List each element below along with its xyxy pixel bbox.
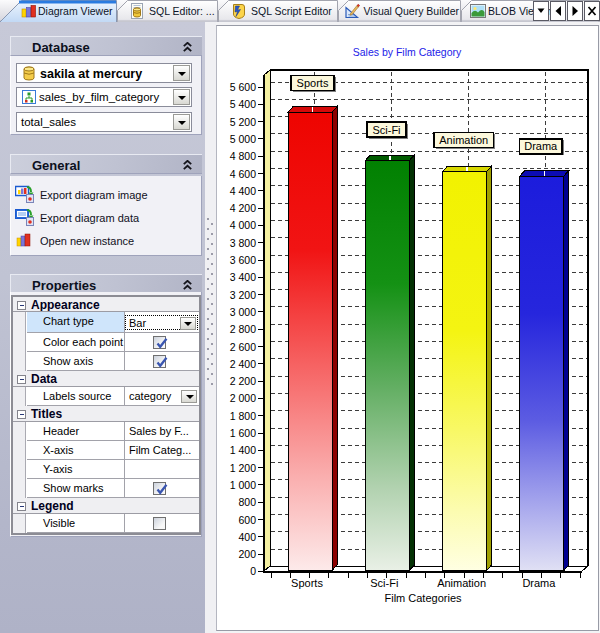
svg-text:2 600: 2 600 <box>230 341 256 353</box>
svg-text:3 400: 3 400 <box>230 271 256 283</box>
svg-text:2 800: 2 800 <box>230 323 256 335</box>
svg-text:Visual Query Builder: Visual Query Builder <box>364 5 460 17</box>
svg-text:1 400: 1 400 <box>230 444 256 456</box>
svg-text:400: 400 <box>238 531 256 543</box>
svg-text:Sci-Fi: Sci-Fi <box>370 577 398 589</box>
svg-text:Animation: Animation <box>439 134 488 146</box>
svg-text:0: 0 <box>250 565 256 577</box>
svg-text:3 200: 3 200 <box>230 289 256 301</box>
svg-text:Diagram Viewer: Diagram Viewer <box>38 5 113 17</box>
svg-text:4 400: 4 400 <box>230 185 256 197</box>
svg-text:4 600: 4 600 <box>230 168 256 180</box>
svg-text:Drama: Drama <box>522 577 556 589</box>
svg-text:Sports: Sports <box>297 77 329 89</box>
svg-text:4 000: 4 000 <box>230 219 256 231</box>
svg-text:1 000: 1 000 <box>230 479 256 491</box>
svg-text:1 800: 1 800 <box>230 410 256 422</box>
svg-text:Animation: Animation <box>437 577 486 589</box>
svg-text:5 200: 5 200 <box>230 116 256 128</box>
svg-text:1 200: 1 200 <box>230 462 256 474</box>
svg-text:2 000: 2 000 <box>230 392 256 404</box>
svg-text:3 800: 3 800 <box>230 237 256 249</box>
svg-text:SQL Script Editor: SQL Script Editor <box>251 5 332 17</box>
svg-text:4 200: 4 200 <box>230 202 256 214</box>
svg-text:SQL Editor: ...: SQL Editor: ... <box>149 5 215 17</box>
svg-text:200: 200 <box>238 548 256 560</box>
svg-text:Sports: Sports <box>291 577 323 589</box>
svg-text:1 600: 1 600 <box>230 427 256 439</box>
svg-text:5 400: 5 400 <box>230 98 256 110</box>
svg-text:Film Categories: Film Categories <box>384 592 462 604</box>
svg-text:Drama: Drama <box>524 140 558 152</box>
svg-text:5 000: 5 000 <box>230 133 256 145</box>
svg-text:4 800: 4 800 <box>230 150 256 162</box>
svg-text:3 000: 3 000 <box>230 306 256 318</box>
svg-text:600: 600 <box>238 514 256 526</box>
svg-text:2 400: 2 400 <box>230 358 256 370</box>
svg-text:800: 800 <box>238 496 256 508</box>
svg-text:5 600: 5 600 <box>230 81 256 93</box>
svg-text:Sci-Fi: Sci-Fi <box>372 124 400 136</box>
svg-text:3 600: 3 600 <box>230 254 256 266</box>
svg-text:2 200: 2 200 <box>230 375 256 387</box>
svg-text:Sales by Film Category: Sales by Film Category <box>353 46 462 58</box>
